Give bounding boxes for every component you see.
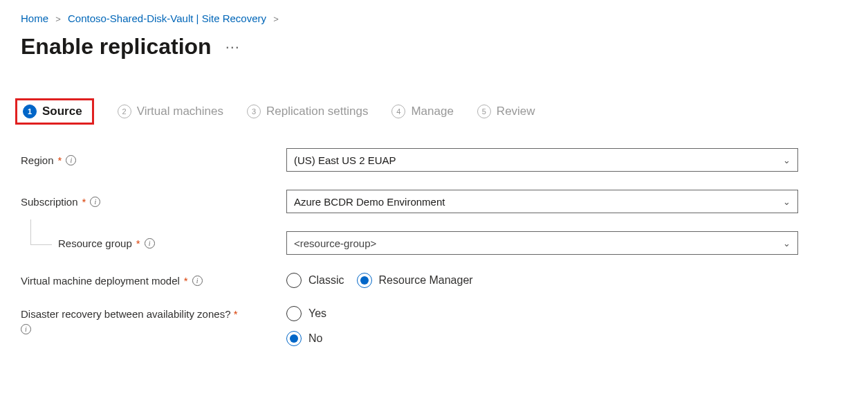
subscription-dropdown[interactable]: Azure BCDR Demo Environment ⌄ bbox=[286, 190, 798, 213]
step-virtual-machines[interactable]: 2 Virtual machines bbox=[118, 105, 223, 118]
page-header: Enable replication ··· bbox=[21, 34, 847, 60]
radio-icon bbox=[286, 306, 302, 321]
row-resource-group: Resource group * i <resource-group> ⌄ bbox=[21, 231, 847, 255]
required-marker: * bbox=[136, 237, 140, 249]
dropdown-value: (US) East US 2 EUAP bbox=[294, 154, 396, 166]
radio-label: No bbox=[308, 332, 322, 345]
row-region: Region * i (US) East US 2 EUAP ⌄ bbox=[21, 148, 847, 172]
label-resource-group: Resource group * i bbox=[21, 237, 286, 249]
chevron-right-icon: > bbox=[55, 14, 61, 24]
label-subscription: Subscription * i bbox=[21, 196, 286, 208]
field-label: Virtual machine deployment model bbox=[21, 275, 180, 287]
step-label: Source bbox=[42, 105, 82, 118]
radio-classic[interactable]: Classic bbox=[286, 273, 344, 288]
radio-resource-manager[interactable]: Resource Manager bbox=[357, 273, 473, 288]
radio-label: Resource Manager bbox=[379, 274, 473, 287]
chevron-right-icon: > bbox=[273, 14, 279, 24]
step-badge: 5 bbox=[477, 105, 491, 118]
radio-dr-no[interactable]: No bbox=[286, 331, 322, 346]
step-label: Virtual machines bbox=[137, 105, 223, 118]
label-deployment-model: Virtual machine deployment model * i bbox=[21, 275, 286, 287]
region-dropdown[interactable]: (US) East US 2 EUAP ⌄ bbox=[286, 148, 798, 172]
dropdown-value: <resource-group> bbox=[294, 237, 376, 249]
page-title: Enable replication bbox=[21, 34, 212, 60]
chevron-down-icon: ⌄ bbox=[783, 155, 791, 165]
row-dr-zones: Disaster recovery between availability z… bbox=[21, 306, 847, 346]
info-icon[interactable]: i bbox=[90, 197, 100, 207]
field-label: Disaster recovery between availability z… bbox=[21, 308, 230, 320]
breadcrumb-home[interactable]: Home bbox=[21, 12, 48, 24]
dr-zones-radio-group: Yes No bbox=[286, 306, 798, 346]
row-deployment-model: Virtual machine deployment model * i Cla… bbox=[21, 273, 847, 288]
field-label: Resource group bbox=[58, 237, 132, 249]
step-review[interactable]: 5 Review bbox=[477, 105, 535, 118]
required-marker: * bbox=[184, 275, 188, 287]
field-label: Region bbox=[21, 154, 54, 166]
radio-label: Yes bbox=[308, 307, 326, 320]
step-label: Replication settings bbox=[266, 105, 368, 118]
label-region: Region * i bbox=[21, 154, 286, 166]
step-label: Manage bbox=[411, 105, 453, 118]
step-replication-settings[interactable]: 3 Replication settings bbox=[247, 105, 368, 118]
row-subscription: Subscription * i Azure BCDR Demo Environ… bbox=[21, 190, 847, 213]
step-source[interactable]: 1 Source bbox=[15, 98, 94, 125]
radio-label: Classic bbox=[308, 274, 344, 287]
step-badge: 4 bbox=[391, 105, 405, 118]
breadcrumb-vault[interactable]: Contoso-Shared-Disk-Vault | Site Recover… bbox=[68, 12, 266, 24]
field-label: Subscription bbox=[21, 196, 78, 208]
step-badge: 1 bbox=[23, 105, 37, 118]
info-icon[interactable]: i bbox=[145, 238, 155, 249]
resource-group-dropdown[interactable]: <resource-group> ⌄ bbox=[286, 231, 798, 255]
radio-icon bbox=[286, 273, 302, 288]
radio-icon bbox=[286, 331, 302, 346]
dropdown-value: Azure BCDR Demo Environment bbox=[294, 196, 445, 208]
info-icon[interactable]: i bbox=[192, 276, 203, 286]
required-marker: * bbox=[82, 196, 86, 208]
info-icon[interactable]: i bbox=[66, 155, 76, 165]
deployment-model-radio-group: Classic Resource Manager bbox=[286, 273, 798, 288]
wizard-steps: 1 Source 2 Virtual machines 3 Replicatio… bbox=[21, 98, 847, 125]
step-badge: 3 bbox=[247, 105, 261, 118]
radio-dr-yes[interactable]: Yes bbox=[286, 306, 326, 321]
step-manage[interactable]: 4 Manage bbox=[391, 105, 453, 118]
step-badge: 2 bbox=[118, 105, 131, 118]
chevron-down-icon: ⌄ bbox=[783, 238, 791, 249]
breadcrumb: Home > Contoso-Shared-Disk-Vault | Site … bbox=[21, 12, 847, 24]
step-label: Review bbox=[497, 105, 535, 118]
info-icon[interactable]: i bbox=[21, 324, 31, 334]
chevron-down-icon: ⌄ bbox=[783, 197, 791, 207]
required-marker: * bbox=[58, 154, 62, 166]
required-marker: * bbox=[234, 308, 238, 320]
radio-icon bbox=[357, 273, 372, 288]
label-dr-zones: Disaster recovery between availability z… bbox=[21, 306, 286, 336]
more-icon[interactable]: ··· bbox=[225, 38, 240, 56]
